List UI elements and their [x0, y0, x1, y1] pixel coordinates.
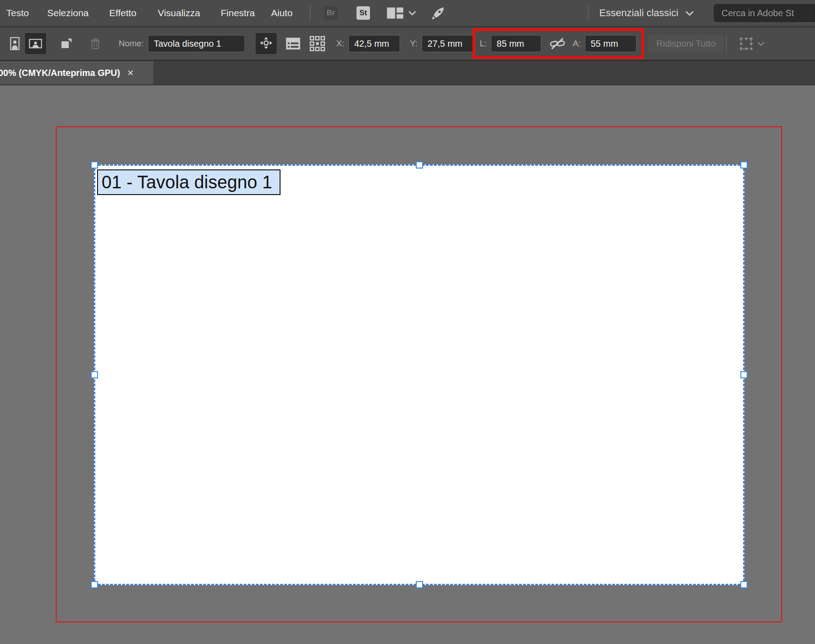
resize-handle-bottom-left[interactable]	[91, 581, 98, 588]
y-input[interactable]	[422, 35, 473, 52]
rearrange-artboards-button[interactable]	[309, 36, 325, 52]
x-input[interactable]	[348, 35, 400, 52]
menu-bar: Testo Seleziona Effetto Visualizza Fines…	[0, 0, 815, 26]
menu-seleziona[interactable]: Seleziona	[47, 0, 89, 26]
resize-handle-top-right[interactable]	[740, 161, 748, 169]
trash-icon	[89, 37, 102, 50]
width-field-group: L:	[480, 35, 541, 52]
workspace-switcher[interactable]: Essenziali classici	[599, 0, 695, 26]
artboard-options-icon	[285, 37, 301, 50]
dashed-rect-icon	[738, 36, 755, 51]
resize-handle-middle-left[interactable]	[91, 371, 98, 378]
chevron-down-icon	[685, 10, 695, 16]
width-label: L:	[480, 39, 487, 49]
resize-handle-top-middle[interactable]	[416, 161, 423, 169]
y-label: Y:	[410, 39, 418, 49]
artboard-control-bar: Nome:	[0, 26, 815, 60]
menu-effetto[interactable]: Effetto	[109, 0, 136, 26]
height-input[interactable]	[585, 35, 637, 52]
landscape-orientation-button[interactable]	[25, 33, 46, 54]
broken-link-icon	[549, 36, 566, 51]
menubar-divider	[588, 5, 589, 21]
artboard-name-group: Nome:	[119, 35, 245, 52]
search-input[interactable]	[721, 8, 815, 18]
width-input[interactable]	[491, 35, 541, 52]
menu-testo[interactable]: Testo	[6, 0, 29, 26]
artboard-name-badge[interactable]: 01 - Tavola disegno 1	[97, 169, 281, 195]
x-label: X:	[336, 39, 344, 49]
delete-artboard-button[interactable]	[89, 37, 102, 50]
landscape-icon	[28, 36, 43, 51]
resize-handle-bottom-middle[interactable]	[416, 581, 423, 588]
workspace-name: Essenziali classici	[599, 7, 678, 19]
controlbar-divider	[726, 36, 727, 53]
menu-finestra[interactable]: Finestra	[221, 0, 255, 26]
rearrange-all-button[interactable]: Ridisponi Tutto	[648, 35, 724, 53]
new-artboard-button[interactable]	[60, 37, 73, 50]
new-artboard-icon	[60, 37, 73, 50]
layout-switcher-icon[interactable]	[386, 7, 417, 19]
height-field-group: A:	[573, 35, 637, 52]
portrait-orientation-button[interactable]	[4, 33, 25, 54]
orientation-buttons	[4, 33, 46, 54]
document-tab-title: 00% (CMYK/Anteprima GPU)	[0, 68, 120, 78]
document-tab-bar: 00% (CMYK/Anteprima GPU) ×	[0, 60, 815, 85]
selection-preset-button[interactable]	[738, 36, 765, 51]
stock-search-box[interactable]	[714, 4, 815, 22]
move-artwork-icon	[258, 36, 274, 51]
stock-icon[interactable]: St	[356, 6, 370, 20]
resize-handle-middle-right[interactable]	[740, 371, 748, 378]
name-label: Nome:	[119, 39, 144, 49]
resize-handle-top-left[interactable]	[91, 161, 98, 169]
menubar-divider	[310, 5, 311, 21]
tab-close-icon[interactable]: ×	[127, 67, 134, 78]
document-tab[interactable]: 00% (CMYK/Anteprima GPU) ×	[0, 61, 153, 84]
artboard-name-input[interactable]	[148, 35, 245, 52]
resize-handle-bottom-right[interactable]	[740, 581, 748, 588]
menu-visualizza[interactable]: Visualizza	[158, 0, 200, 26]
height-label: A:	[573, 39, 581, 49]
artboard-options-button[interactable]	[285, 37, 301, 50]
y-field-group: Y:	[410, 35, 473, 52]
illustrator-window: Testo Seleziona Effetto Visualizza Fines…	[0, 0, 815, 644]
chevron-down-icon	[757, 41, 765, 46]
x-field-group: X:	[336, 35, 400, 52]
move-with-artboard-button[interactable]	[256, 33, 276, 54]
portrait-icon	[8, 36, 22, 51]
canvas-area[interactable]: 01 - Tavola disegno 1	[0, 85, 815, 644]
rearrange-grid-icon	[309, 36, 325, 52]
split-pane-icon	[386, 7, 404, 19]
share-rocket-icon[interactable]	[430, 5, 446, 22]
link-dimensions-button[interactable]	[549, 36, 566, 51]
chevron-down-icon	[408, 10, 417, 16]
menu-aiuto[interactable]: Aiuto	[271, 0, 293, 26]
bridge-icon[interactable]: Br	[324, 6, 338, 20]
rearrange-all-group: Ridisponi Tutto	[648, 35, 724, 53]
artboard[interactable]: 01 - Tavola disegno 1	[94, 164, 744, 585]
